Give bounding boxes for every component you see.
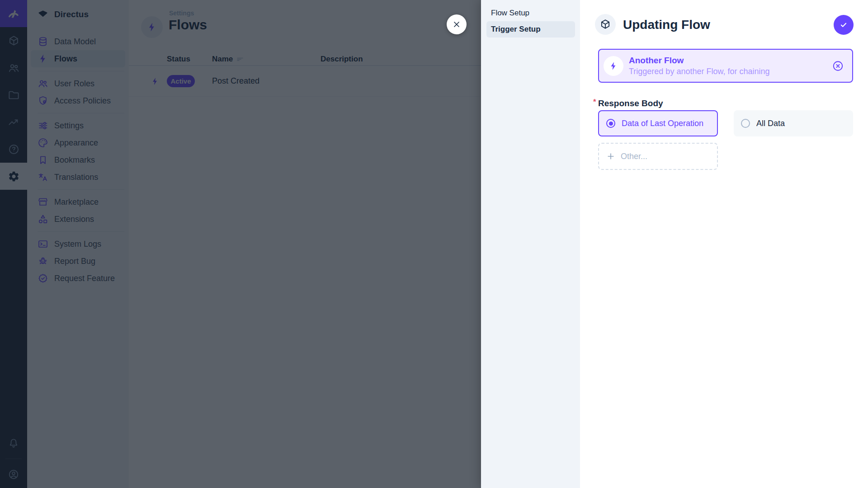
radio-selected-icon [606, 119, 615, 128]
trigger-card-text: Another Flow Triggered by another Flow, … [629, 55, 770, 77]
drawer-tab-flow-setup[interactable]: Flow Setup [486, 5, 575, 21]
drawer-sidebar-list: Flow Setup Trigger Setup [481, 0, 580, 38]
bolt-icon [609, 61, 618, 71]
cancel-circle-icon [832, 60, 844, 72]
required-marker: * [593, 98, 596, 107]
radio-option-label: All Data [756, 119, 785, 128]
trigger-type-card[interactable]: Another Flow Triggered by another Flow, … [598, 49, 853, 83]
plus-icon [606, 152, 615, 161]
trigger-card-title: Another Flow [629, 55, 770, 66]
directus-app: Directus Data Model F [0, 0, 868, 488]
close-icon [452, 20, 461, 29]
other-option-label: Other... [621, 152, 647, 161]
drawer-close-button[interactable] [447, 14, 467, 34]
drawer-title: Updating Flow [623, 18, 710, 32]
other-option-button[interactable]: Other... [598, 143, 718, 170]
radio-option-all-data[interactable]: All Data [734, 110, 853, 136]
cancel-trigger-button[interactable] [832, 60, 844, 72]
drawer-overlay[interactable] [0, 0, 481, 488]
trigger-card-subtitle: Triggered by another Flow, for chaining [629, 66, 770, 77]
drawer-panel: Updating Flow Another Flow Triggered by … [580, 0, 868, 488]
radio-option-data-of-last-operation[interactable]: Data of Last Operation [598, 110, 718, 136]
drawer-tab-trigger-setup[interactable]: Trigger Setup [486, 21, 575, 38]
drawer-sidebar: Flow Setup Trigger Setup [481, 0, 580, 488]
save-button[interactable] [834, 15, 854, 35]
radio-option-label: Data of Last Operation [622, 119, 703, 128]
radio-unselected-icon [741, 119, 750, 128]
cube-icon [599, 19, 611, 30]
drawer-header-icon-circle [595, 14, 616, 35]
bolt-circle [604, 56, 623, 76]
check-icon [839, 20, 849, 30]
response-body-label: * Response Body [598, 99, 663, 108]
